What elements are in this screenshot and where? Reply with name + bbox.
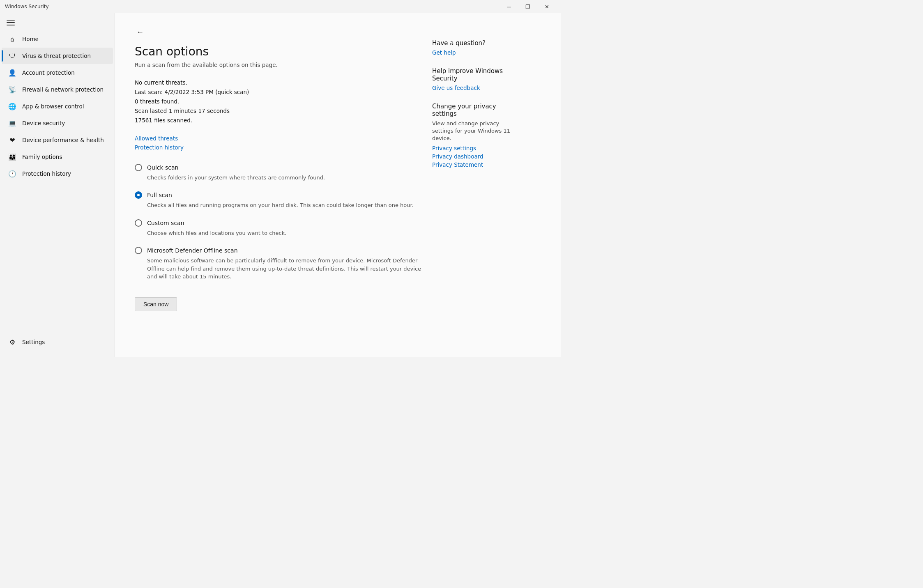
scan-option-header-offline[interactable]: Microsoft Defender Offline scan — [135, 247, 422, 254]
radio-custom[interactable] — [135, 219, 142, 227]
sidebar-label-appbrowser: App & browser control — [22, 103, 84, 110]
protection-history-link[interactable]: Protection history — [135, 144, 422, 151]
settings-icon: ⚙ — [8, 338, 16, 346]
scan-options: Quick scan Checks folders in your system… — [135, 164, 422, 281]
sidebar-item-family[interactable]: 👨‍👩‍👧 Family options — [2, 149, 113, 165]
nav-items: ⌂ Home 🛡 Virus & threat protection 👤 Acc… — [0, 30, 115, 182]
scan-option-header-quick[interactable]: Quick scan — [135, 164, 422, 171]
scan-now-button[interactable]: Scan now — [135, 297, 177, 311]
privacy-settings-link[interactable]: Privacy settings — [432, 145, 519, 152]
improve-title: Help improve Windows Security — [432, 67, 519, 82]
radio-quick[interactable] — [135, 164, 142, 171]
sidebar-item-firewall[interactable]: 📡 Firewall & network protection — [2, 81, 113, 98]
devicehealth-icon: ❤ — [8, 136, 16, 144]
improve-section: Help improve Windows Security Give us fe… — [432, 67, 519, 91]
threats-found-text: 0 threats found. — [135, 97, 422, 106]
help-title: Have a question? — [432, 39, 519, 47]
sidebar-label-virus: Virus & threat protection — [22, 53, 91, 59]
app-container: ⌂ Home 🛡 Virus & threat protection 👤 Acc… — [0, 13, 561, 357]
scan-option-desc-quick: Checks folders in your system where thre… — [147, 174, 422, 182]
feedback-link[interactable]: Give us feedback — [432, 85, 519, 91]
firewall-icon: 📡 — [8, 85, 16, 94]
scan-links: Allowed threats Protection history — [135, 135, 422, 151]
sidebar-label-family: Family options — [22, 154, 62, 160]
scan-status: No current threats. Last scan: 4/2/2022 … — [135, 78, 422, 125]
allowed-threats-link[interactable]: Allowed threats — [135, 135, 422, 142]
devicesecurity-icon: 💻 — [8, 119, 16, 127]
right-panel: Have a question? Get help Help improve W… — [422, 26, 529, 344]
scan-option-header-custom[interactable]: Custom scan — [135, 219, 422, 227]
scan-option-name-quick: Quick scan — [147, 164, 178, 171]
history-icon: 🕐 — [8, 170, 16, 178]
minimize-button[interactable]: ─ — [499, 0, 518, 13]
privacy-dashboard-link[interactable]: Privacy dashboard — [432, 153, 519, 160]
sidebar-label-home: Home — [22, 36, 39, 42]
help-section: Have a question? Get help — [432, 39, 519, 56]
scan-option-name-custom: Custom scan — [147, 220, 184, 226]
sidebar-item-history[interactable]: 🕐 Protection history — [2, 165, 113, 182]
content-area: ← Scan options Run a scan from the avail… — [135, 26, 422, 344]
app-title: Windows Security — [5, 4, 49, 9]
home-icon: ⌂ — [8, 35, 16, 43]
hamburger-menu[interactable] — [0, 16, 115, 29]
scan-option-full: Full scan Checks all files and running p… — [135, 191, 422, 209]
radio-full[interactable] — [135, 191, 142, 199]
sidebar-item-devicesecurity[interactable]: 💻 Device security — [2, 115, 113, 131]
main-content: ← Scan options Run a scan from the avail… — [115, 13, 561, 357]
restore-button[interactable]: ❐ — [518, 0, 537, 13]
sidebar-item-virus[interactable]: 🛡 Virus & threat protection — [2, 48, 113, 64]
privacy-text: View and change privacy settings for you… — [432, 120, 519, 142]
sidebar-label-firewall: Firewall & network protection — [22, 86, 104, 93]
sidebar-label-devicesecurity: Device security — [22, 120, 65, 126]
scan-option-header-full[interactable]: Full scan — [135, 191, 422, 199]
page-title: Scan options — [135, 45, 422, 58]
account-icon: 👤 — [8, 69, 16, 77]
close-button[interactable]: ✕ — [537, 0, 556, 13]
no-threats-text: No current threats. — [135, 78, 422, 87]
hamburger-icon[interactable] — [7, 20, 15, 25]
window-controls: ─ ❐ ✕ — [499, 0, 556, 13]
scan-option-name-offline: Microsoft Defender Offline scan — [147, 247, 238, 254]
sidebar-item-settings[interactable]: ⚙ Settings — [2, 334, 113, 350]
scan-option-offline: Microsoft Defender Offline scan Some mal… — [135, 247, 422, 281]
privacy-statement-link[interactable]: Privacy Statement — [432, 161, 519, 168]
sidebar-bottom: ⚙ Settings — [0, 330, 115, 354]
sidebar-item-appbrowser[interactable]: 🌐 App & browser control — [2, 98, 113, 115]
scan-option-desc-offline: Some malicious software can be particula… — [147, 257, 422, 281]
sidebar: ⌂ Home 🛡 Virus & threat protection 👤 Acc… — [0, 13, 115, 357]
privacy-title: Change your privacy settings — [432, 103, 519, 117]
scan-option-desc-full: Checks all files and running programs on… — [147, 201, 422, 209]
sidebar-label-history: Protection history — [22, 170, 71, 177]
settings-label: Settings — [22, 339, 45, 345]
scan-option-desc-custom: Choose which files and locations you wan… — [147, 229, 422, 237]
virus-icon: 🛡 — [8, 52, 16, 60]
titlebar: Windows Security ─ ❐ ✕ — [0, 0, 561, 13]
scan-option-name-full: Full scan — [147, 192, 172, 198]
sidebar-item-account[interactable]: 👤 Account protection — [2, 64, 113, 81]
sidebar-item-home[interactable]: ⌂ Home — [2, 31, 113, 47]
sidebar-label-account: Account protection — [22, 69, 75, 76]
privacy-section: Change your privacy settings View and ch… — [432, 103, 519, 168]
page-subtitle: Run a scan from the available options on… — [135, 62, 422, 68]
radio-offline[interactable] — [135, 247, 142, 254]
sidebar-item-devicehealth[interactable]: ❤ Device performance & health — [2, 132, 113, 148]
sidebar-label-devicehealth: Device performance & health — [22, 137, 104, 143]
last-scan-text: Last scan: 4/2/2022 3:53 PM (quick scan) — [135, 87, 422, 97]
files-scanned-text: 17561 files scanned. — [135, 116, 422, 125]
scan-option-quick: Quick scan Checks folders in your system… — [135, 164, 422, 182]
appbrowser-icon: 🌐 — [8, 102, 16, 110]
scan-duration-text: Scan lasted 1 minutes 17 seconds — [135, 106, 422, 116]
family-icon: 👨‍👩‍👧 — [8, 153, 16, 161]
back-button[interactable]: ← — [135, 26, 145, 38]
get-help-link[interactable]: Get help — [432, 49, 519, 56]
scan-option-custom: Custom scan Choose which files and locat… — [135, 219, 422, 237]
